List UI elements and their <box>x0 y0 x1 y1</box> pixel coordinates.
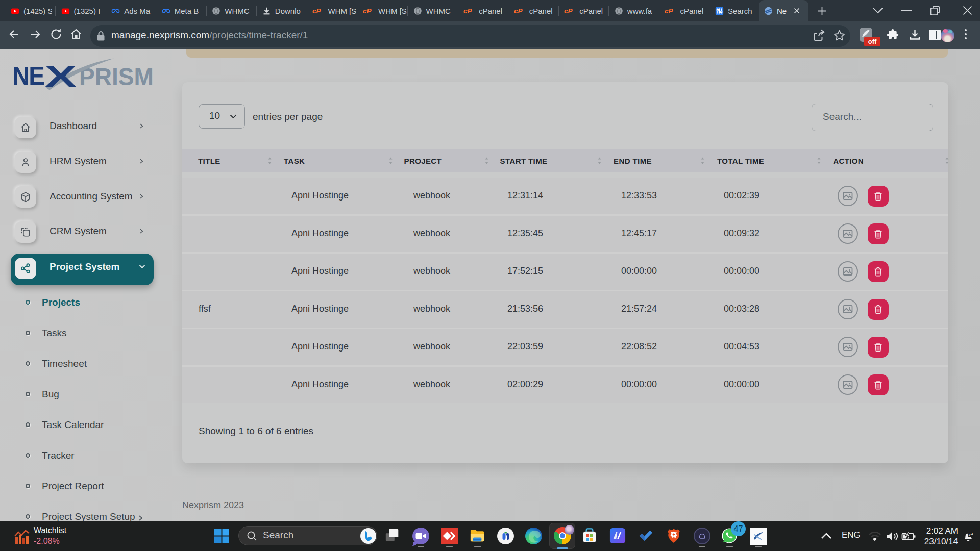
svg-text:cP: cP <box>665 7 674 15</box>
svg-text:z: z <box>971 532 973 535</box>
svg-text:X: X <box>45 60 77 93</box>
svg-text:NE: NE <box>12 62 44 90</box>
svg-text:cP: cP <box>564 7 573 15</box>
svg-text:cP: cP <box>514 7 523 15</box>
svg-text:cP: cP <box>363 7 372 15</box>
svg-text:cP: cP <box>312 7 322 15</box>
svg-text:cP: cP <box>463 7 473 15</box>
svg-text:z: z <box>969 532 971 537</box>
